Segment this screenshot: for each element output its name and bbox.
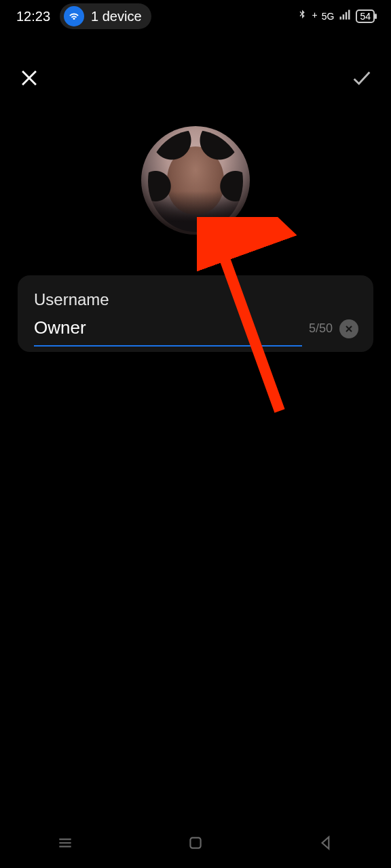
status-left: 12:23 1 device xyxy=(16,3,151,29)
system-nav-bar xyxy=(0,821,391,868)
network-label: 5G xyxy=(322,11,335,22)
char-counter: 5/50 xyxy=(309,321,333,336)
status-right: + 5G 54 xyxy=(296,8,375,24)
battery-level: 54 xyxy=(360,11,371,22)
connected-device-chip[interactable]: 1 device xyxy=(60,3,151,29)
status-bar: 12:23 1 device + 5G 54 xyxy=(0,0,391,33)
top-actions xyxy=(0,33,391,90)
username-input[interactable] xyxy=(34,316,302,347)
clear-input-icon[interactable] xyxy=(339,319,358,338)
confirm-icon[interactable] xyxy=(350,66,373,90)
username-row: 5/50 xyxy=(34,316,358,347)
bluetooth-icon xyxy=(296,9,308,24)
avatar-container xyxy=(0,126,391,235)
username-label: Username xyxy=(34,290,358,309)
recent-apps-button[interactable] xyxy=(56,834,74,854)
profile-avatar[interactable] xyxy=(141,126,250,235)
svg-rect-2 xyxy=(190,837,200,848)
home-button[interactable] xyxy=(187,834,204,854)
username-field-card: Username 5/50 xyxy=(18,275,373,352)
signal-icon xyxy=(338,8,352,24)
battery-indicator: 54 xyxy=(356,9,375,23)
close-icon[interactable] xyxy=(18,66,41,90)
status-time: 12:23 xyxy=(16,9,50,24)
device-count-label: 1 device xyxy=(91,9,142,24)
back-button[interactable] xyxy=(317,834,335,854)
wifi-icon xyxy=(64,6,84,26)
